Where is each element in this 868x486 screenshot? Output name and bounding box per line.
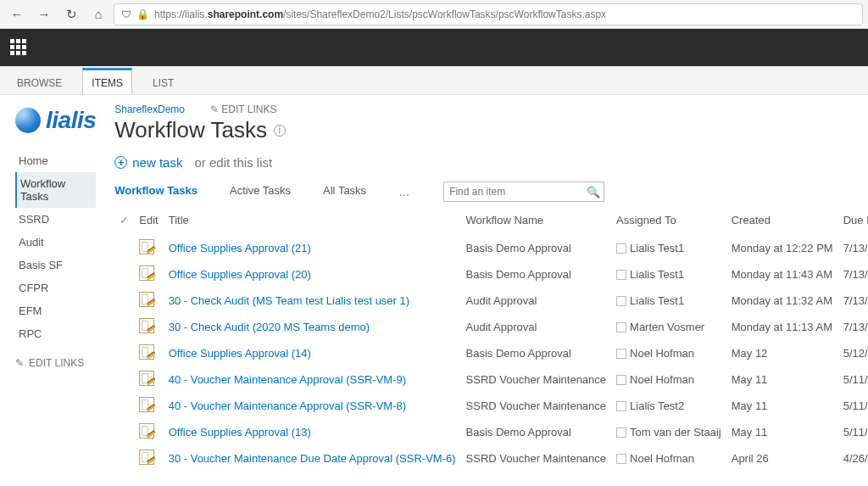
ribbon-list[interactable]: LIST xyxy=(144,70,182,94)
checkbox-icon[interactable] xyxy=(616,401,626,411)
checkbox-icon[interactable] xyxy=(616,427,626,438)
search-icon[interactable]: 🔍 xyxy=(583,186,604,198)
cell-select[interactable] xyxy=(114,314,134,340)
task-link[interactable]: Office Supplies Approval (13) xyxy=(169,426,311,439)
col-edit[interactable]: Edit xyxy=(134,210,163,235)
cell-created: Monday at 11:32 AM xyxy=(726,288,838,314)
reload-icon[interactable]: ↻ xyxy=(59,3,83,26)
edit-icon[interactable] xyxy=(139,423,154,439)
col-title[interactable]: Title xyxy=(164,210,461,235)
cell-assigned: Lialis Test1 xyxy=(611,235,726,261)
nav-item[interactable]: EFM xyxy=(15,299,96,322)
view-tab[interactable]: Active Tasks xyxy=(230,184,291,200)
nav-item[interactable]: Basis SF xyxy=(15,254,96,277)
search-input[interactable] xyxy=(444,186,583,198)
cell-select[interactable] xyxy=(114,393,134,419)
nav-item[interactable]: Home xyxy=(15,149,96,172)
site-name-link[interactable]: ShareflexDemo xyxy=(114,103,185,115)
col-assigned[interactable]: Assigned To xyxy=(611,210,726,235)
cell-select[interactable] xyxy=(114,235,134,261)
checkbox-icon[interactable] xyxy=(616,349,626,359)
forward-icon[interactable]: → xyxy=(32,3,56,26)
cell-edit[interactable] xyxy=(134,340,163,366)
nav-item[interactable]: Audit xyxy=(15,231,96,254)
task-link[interactable]: Office Supplies Approval (21) xyxy=(169,242,311,254)
address-bar[interactable]: 🛡 🔒 https://lialis.sharepoint.com/sites/… xyxy=(114,3,863,25)
task-link[interactable]: 30 - Check Audit (2020 MS Teams demo) xyxy=(169,321,370,333)
view-tab[interactable]: All Tasks xyxy=(323,184,366,200)
col-select[interactable]: ✓ xyxy=(114,210,134,235)
cell-due: 5/11/2020 xyxy=(838,419,868,445)
cell-workflow: Audit Approval xyxy=(461,314,611,340)
edit-icon[interactable] xyxy=(139,344,154,360)
cell-edit[interactable] xyxy=(134,445,163,472)
nav-item[interactable]: RPC xyxy=(15,322,96,345)
page-title: Workflow Tasks i xyxy=(114,117,868,143)
checkbox-icon[interactable] xyxy=(616,243,626,254)
cell-select[interactable] xyxy=(114,445,134,472)
cell-title: Office Supplies Approval (13) xyxy=(164,419,461,445)
task-link[interactable]: 30 - Voucher Maintenance Due Date Approv… xyxy=(169,452,456,465)
cell-assigned: Tom van der Staaij xyxy=(611,419,726,445)
cell-assigned: Noel Hofman xyxy=(611,445,726,472)
ribbon-tabs: BROWSE ITEMS LIST xyxy=(0,66,868,95)
nav-item[interactable]: SSRD xyxy=(15,208,96,231)
edit-links[interactable]: ✎ EDIT LINKS xyxy=(15,357,96,369)
new-task-button[interactable]: + new task xyxy=(114,155,182,170)
breadcrumb-row: ShareflexDemo ✎ EDIT LINKS xyxy=(114,103,868,115)
checkbox-icon[interactable] xyxy=(616,270,626,280)
left-panel: lialis HomeWorkflow TasksSSRDAuditBasis … xyxy=(0,95,106,485)
edit-icon[interactable] xyxy=(139,371,154,386)
edit-icon[interactable] xyxy=(139,292,154,307)
edit-links-top[interactable]: ✎ EDIT LINKS xyxy=(210,103,276,115)
edit-icon[interactable] xyxy=(139,450,154,465)
cell-edit[interactable] xyxy=(134,419,163,445)
cell-edit[interactable] xyxy=(134,393,163,419)
home-icon[interactable]: ⌂ xyxy=(86,3,110,26)
ribbon-browse[interactable]: BROWSE xyxy=(8,70,70,94)
content-area: ShareflexDemo ✎ EDIT LINKS Workflow Task… xyxy=(106,95,868,485)
task-table: ✓ Edit Title Workflow Name Assigned To C… xyxy=(114,210,868,472)
cell-edit[interactable] xyxy=(134,366,163,393)
task-link[interactable]: Office Supplies Approval (20) xyxy=(169,268,311,281)
cell-created: April 26 xyxy=(726,445,838,472)
cell-edit[interactable] xyxy=(134,288,163,314)
task-link[interactable]: 40 - Voucher Maintenance Approval (SSR-V… xyxy=(169,399,406,412)
checkbox-icon[interactable] xyxy=(616,454,626,464)
task-link[interactable]: 30 - Check Audit (MS Team test Lialis te… xyxy=(169,294,409,307)
col-workflow[interactable]: Workflow Name xyxy=(461,210,611,235)
table-row: Office Supplies Approval (14)Basis Demo … xyxy=(114,340,868,366)
checkbox-icon[interactable] xyxy=(616,375,626,385)
search-box[interactable]: 🔍 xyxy=(443,182,604,202)
checkbox-icon[interactable] xyxy=(616,296,626,306)
task-link[interactable]: 40 - Voucher Maintenance Approval (SSR-V… xyxy=(169,373,406,386)
back-icon[interactable]: ← xyxy=(5,3,29,26)
cell-created: May 11 xyxy=(726,419,838,445)
edit-icon[interactable] xyxy=(139,397,154,412)
edit-icon[interactable] xyxy=(139,239,154,254)
cell-due: 7/13/2020 xyxy=(838,261,868,288)
checkbox-icon[interactable] xyxy=(616,322,626,332)
cell-select[interactable] xyxy=(114,261,134,288)
cell-workflow: SSRD Voucher Maintenance xyxy=(461,445,611,472)
ribbon-items[interactable]: ITEMS xyxy=(82,68,132,94)
cell-edit[interactable] xyxy=(134,261,163,288)
task-link[interactable]: Office Supplies Approval (14) xyxy=(169,347,311,360)
edit-icon[interactable] xyxy=(139,265,154,281)
nav-item[interactable]: Workflow Tasks xyxy=(15,172,96,208)
cell-select[interactable] xyxy=(114,288,134,314)
col-due[interactable]: Due Date xyxy=(838,210,868,235)
site-logo[interactable]: lialis xyxy=(15,107,96,134)
cell-edit[interactable] xyxy=(134,235,163,261)
view-tab[interactable]: Workflow Tasks xyxy=(114,184,198,200)
nav-item[interactable]: CFPR xyxy=(15,277,96,299)
col-created[interactable]: Created xyxy=(726,210,838,235)
cell-select[interactable] xyxy=(114,419,134,445)
more-views-icon[interactable]: … xyxy=(398,186,411,198)
cell-select[interactable] xyxy=(114,366,134,393)
app-launcher-icon[interactable] xyxy=(10,39,27,56)
edit-icon[interactable] xyxy=(139,318,154,333)
cell-select[interactable] xyxy=(114,340,134,366)
info-icon[interactable]: i xyxy=(274,125,286,137)
cell-edit[interactable] xyxy=(134,314,163,340)
